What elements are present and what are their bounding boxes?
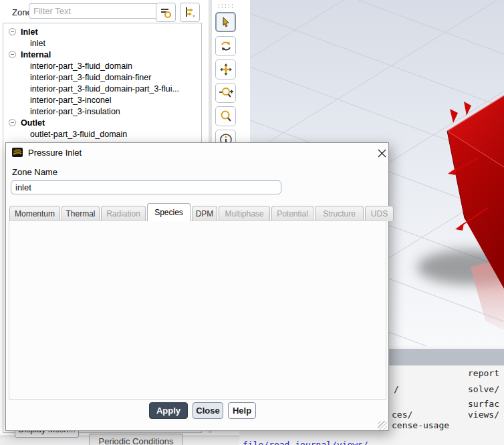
console-text: solve/ [468,384,499,394]
tree-item[interactable]: interior-part_3-inconel [3,94,201,106]
dialog-title: Pressure Inlet [28,148,82,158]
fluent-logo-icon [12,147,23,158]
collapse-icon[interactable] [9,119,16,126]
tab-dpm[interactable]: DPM [192,206,217,221]
help-button[interactable]: Help [228,402,256,419]
pan-icon [219,63,233,76]
tab-uds: UDS [365,206,394,221]
tab-momentum[interactable]: Momentum [9,206,60,221]
select-tool-button[interactable] [215,12,236,32]
apply-button[interactable]: Apply [149,402,188,419]
zone-name-label: Zone Name [12,167,57,177]
tab-species[interactable]: Species [147,203,191,221]
zoom-box-tool-button[interactable] [215,106,236,126]
console-text: ces/ [392,410,412,420]
tab-potential: Potential [271,206,313,221]
tab-structure: Structure [315,206,364,221]
zoom-in-out-tool-button[interactable] [215,83,236,103]
collapse-icon[interactable] [9,51,16,58]
console-text: report [468,368,499,378]
close-icon[interactable] [375,146,388,160]
rotate-icon [219,39,233,53]
periodic-conditions-button[interactable]: Periodic Conditions [89,434,183,445]
tab-multiphase: Multiphase [219,206,270,221]
pointer-icon [220,16,232,28]
zone-filter-input[interactable] [29,3,160,19]
magnifier-icon [219,110,233,123]
dialog-resize-grip[interactable] [378,421,387,430]
console-command-text: file/read-journal/views/... [243,440,384,445]
tree-item[interactable]: interior-part_3-insulation [3,106,201,117]
filter-list-icon [159,6,172,19]
tree-group-internal[interactable]: Internal [3,49,201,60]
pan-tool-button[interactable] [215,59,236,80]
fluent-app-window: Zone Inlet inlet Internal interior-part_ [0,0,504,445]
pressure-inlet-dialog: Pressure Inlet Zone Name Momentum Therma… [5,142,389,431]
console-text: / [394,384,399,394]
console-text: cense-usage [392,420,449,430]
close-button[interactable]: Close [193,402,223,419]
species-tab-content [9,220,386,400]
console-text: views/ [468,410,499,420]
tree-item[interactable]: outlet-part_3-fluid_domain [3,128,201,140]
tree-group-outlet[interactable]: Outlet [3,117,201,128]
tree-item[interactable]: interior-part_3-fluid_domain-finer [3,71,201,83]
tree-item[interactable]: interior-part_3-fluid_domain [3,60,201,71]
rotate-tool-button[interactable] [215,36,236,56]
zoom-in-out-icon [219,86,233,100]
tab-radiation: Radiation [101,206,146,221]
tab-thermal[interactable]: Thermal [61,206,100,221]
tree-item[interactable]: interior-part_3-fluid_domain-part_3-flui… [3,83,201,94]
console-text: surfac [468,399,499,409]
filter-options-button[interactable] [156,3,176,22]
collapse-icon[interactable] [9,28,16,35]
expand-tree-button[interactable] [180,3,200,22]
toolbar-drag-handle[interactable] [217,3,235,8]
tree-item[interactable]: inlet [3,37,201,49]
expand-branches-icon [183,6,197,19]
tree-group-inlet[interactable]: Inlet [3,26,201,37]
dialog-titlebar[interactable]: Pressure Inlet [6,143,388,162]
dialog-tabs: Momentum Thermal Radiation Species DPM M… [9,204,395,221]
zone-name-input[interactable] [11,180,281,194]
